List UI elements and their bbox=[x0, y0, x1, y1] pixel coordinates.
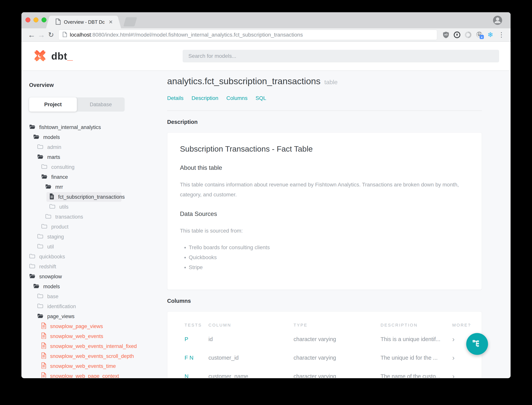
page-icon bbox=[63, 32, 67, 38]
column-row-id[interactable]: Pidcharacter varyingThis is a unique ide… bbox=[184, 332, 474, 346]
folder-closed-icon bbox=[37, 303, 43, 310]
tree-item-snowplow_web_page_context[interactable]: snowplow_web_page_context bbox=[29, 371, 163, 378]
tab-close-icon[interactable]: ✕ bbox=[107, 19, 113, 25]
tree-item-models[interactable]: models bbox=[29, 132, 163, 142]
doc-sources-heading: Data Sources bbox=[180, 210, 469, 217]
column-header-description: DESCRIPTION bbox=[381, 323, 452, 328]
cell-tests: F N bbox=[184, 355, 208, 361]
back-button[interactable]: ← bbox=[27, 31, 37, 39]
tree-item-snowplow[interactable]: snowplow bbox=[29, 272, 163, 282]
project-tree: fishtown_internal_analyticsmodelsadminma… bbox=[29, 122, 163, 378]
folder-closed-icon bbox=[41, 223, 47, 230]
cell-desc: The name of the custo... bbox=[381, 373, 452, 378]
tree-item-mrr[interactable]: mrr bbox=[29, 182, 163, 192]
folder-closed-icon bbox=[37, 293, 43, 300]
tree-item-snowplow_web_events_internal_fixed[interactable]: snowplow_web_events_internal_fixed bbox=[29, 341, 163, 351]
close-window-button[interactable] bbox=[26, 17, 30, 22]
doc-sources-intro: This table is sourced from: bbox=[180, 226, 469, 236]
tree-item-util[interactable]: util bbox=[29, 242, 163, 252]
new-tab-button[interactable] bbox=[123, 17, 137, 27]
model-nav-columns[interactable]: Columns bbox=[226, 95, 247, 101]
main-panel: analytics.fct_subscription_transactions … bbox=[163, 71, 511, 378]
model-nav-details[interactable]: Details bbox=[167, 95, 184, 101]
tree-item-base[interactable]: base bbox=[29, 291, 163, 301]
doc-about-text: This table contains information about re… bbox=[180, 180, 469, 200]
tree-item-transactions[interactable]: transactions bbox=[29, 212, 163, 222]
tree-item-page_views[interactable]: page_views bbox=[29, 311, 163, 321]
onepassword-extension-icon[interactable] bbox=[453, 31, 461, 39]
svg-text:uO: uO bbox=[444, 33, 448, 36]
tree-item-snowplow_web_events[interactable]: snowplow_web_events bbox=[29, 331, 163, 341]
tree-item-consulting[interactable]: consulting bbox=[29, 162, 163, 172]
cell-desc: The unique id for the ... bbox=[381, 355, 452, 361]
tree-item-utils[interactable]: utils bbox=[29, 202, 163, 212]
page-favicon-icon bbox=[55, 18, 61, 26]
data-source-item: Stripe bbox=[189, 264, 469, 270]
lineage-graph-icon bbox=[471, 338, 483, 350]
cell-col: customer_name bbox=[208, 373, 294, 378]
model-nav-description[interactable]: Description bbox=[192, 95, 218, 101]
browser-tab[interactable]: Overview - DBT Docs ✕ bbox=[50, 16, 117, 28]
model-nav-sql[interactable]: SQL bbox=[256, 95, 266, 101]
data-source-item: Quickbooks bbox=[189, 254, 469, 261]
column-row-customer_id[interactable]: F Ncustomer_idcharacter varyingThe uniqu… bbox=[184, 351, 474, 365]
column-row-customer_name[interactable]: Ncustomer_namecharacter varyingThe name … bbox=[184, 369, 474, 378]
description-card: Subscription Transactions - Fact Table A… bbox=[167, 132, 482, 290]
cell-desc: This is a unique identif... bbox=[381, 336, 452, 342]
folder-open-icon bbox=[29, 124, 35, 130]
search-input[interactable] bbox=[183, 50, 499, 62]
tree-item-snowplow_web_events_scroll_depth[interactable]: snowplow_web_events_scroll_depth bbox=[29, 351, 163, 361]
minimize-window-button[interactable] bbox=[33, 17, 39, 22]
folder-open-icon bbox=[37, 154, 43, 160]
tree-item-marts[interactable]: marts bbox=[29, 152, 163, 162]
tree-item-finance[interactable]: finance bbox=[29, 172, 163, 182]
tree-item-product[interactable]: product bbox=[29, 222, 163, 232]
tree-item-snowplow_page_views[interactable]: snowplow_page_views bbox=[29, 321, 163, 331]
url-path: :8080/index.html#!/model/model.fishtown_… bbox=[91, 32, 303, 38]
content-area: Overview Project Database fishtown_inter… bbox=[21, 71, 511, 378]
tree-item-staging[interactable]: staging bbox=[29, 232, 163, 242]
lineage-graph-button[interactable] bbox=[466, 333, 488, 355]
divider bbox=[167, 110, 482, 111]
doc-title: Subscription Transactions - Fact Table bbox=[180, 144, 469, 154]
disabled-extension-icon[interactable] bbox=[464, 31, 472, 39]
model-file-icon bbox=[41, 323, 46, 330]
fullscreen-window-button[interactable] bbox=[41, 17, 46, 22]
browser-profile-avatar[interactable] bbox=[493, 15, 503, 26]
snowflake-extension-icon[interactable]: ❄ bbox=[486, 31, 494, 39]
dbt-brand[interactable]: dbt_ bbox=[33, 49, 73, 64]
tree-item-admin[interactable]: admin bbox=[29, 142, 163, 152]
ublock-extension-icon[interactable]: uO bbox=[442, 31, 450, 39]
folder-closed-icon bbox=[37, 234, 43, 240]
url-bar[interactable]: localhost:8080/index.html#!/model/model.… bbox=[59, 30, 437, 40]
tree-item-redshift[interactable]: redshift bbox=[29, 262, 163, 272]
screenshot-frame: Overview - DBT Docs ✕ ← → ↻ localhost:80… bbox=[0, 0, 532, 405]
tree-item-snowplow_web_events_time[interactable]: snowplow_web_events_time bbox=[29, 361, 163, 371]
folder-open-icon bbox=[37, 313, 43, 320]
tab-project[interactable]: Project bbox=[29, 97, 77, 112]
columns-card: TESTSCOLUMNTYPEDESCRIPTIONMORE? Pidchara… bbox=[167, 311, 482, 378]
dbt-wordmark: dbt_ bbox=[51, 50, 73, 62]
tree-item-fishtown_internal_analytics[interactable]: fishtown_internal_analytics bbox=[29, 122, 163, 132]
page-title-suffix: table bbox=[324, 79, 337, 86]
folder-open-icon bbox=[45, 184, 52, 190]
column-header-more: MORE? bbox=[452, 323, 474, 328]
columns-table-body: Pidcharacter varyingThis is a unique ide… bbox=[184, 332, 474, 378]
browser-toolbar: ← → ↻ localhost:8080/index.html#!/model/… bbox=[21, 28, 511, 42]
tree-item-fct_subscription_transactions[interactable]: fct_subscription_transactions bbox=[29, 192, 163, 202]
browser-tab-strip: Overview - DBT Docs ✕ bbox=[21, 12, 511, 28]
power-extension-icon[interactable]: x bbox=[475, 31, 483, 39]
cell-tests: N bbox=[184, 373, 208, 378]
cell-typ: character varying bbox=[294, 336, 381, 342]
reload-button[interactable]: ↻ bbox=[46, 31, 56, 38]
cell-col: customer_id bbox=[208, 355, 294, 361]
tab-database[interactable]: Database bbox=[77, 97, 125, 112]
data-source-item: Trello boards for consulting clients bbox=[189, 244, 469, 250]
browser-menu-icon[interactable]: ⋮ bbox=[498, 31, 505, 39]
window-controls bbox=[26, 17, 46, 22]
tree-item-models[interactable]: models bbox=[29, 282, 163, 291]
tree-item-quickbooks[interactable]: quickbooks bbox=[29, 252, 163, 262]
model-nav: DetailsDescriptionColumnsSQL bbox=[167, 95, 482, 101]
tree-item-identification[interactable]: identification bbox=[29, 301, 163, 311]
columns-section-heading: Columns bbox=[167, 298, 482, 304]
